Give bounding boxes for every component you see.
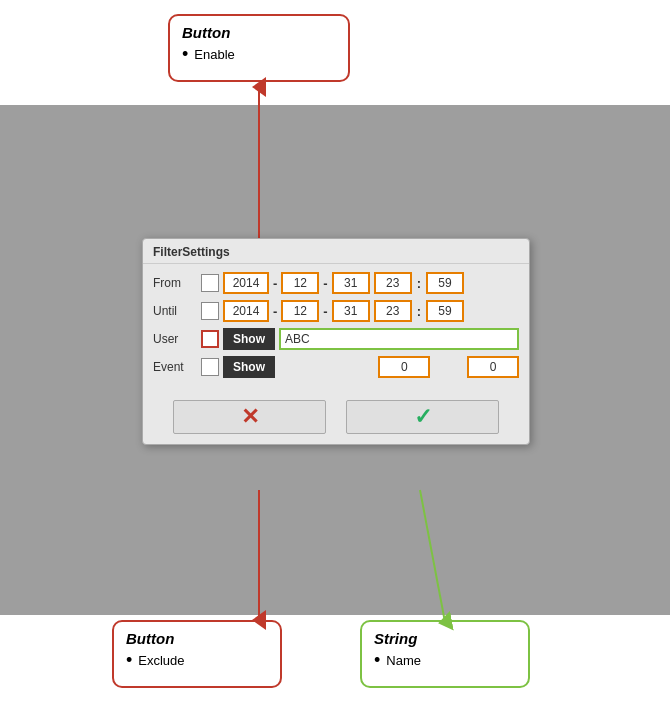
filter-settings-dialog: FilterSettings From - - : Until - - :	[142, 238, 530, 445]
event-val1-field[interactable]	[378, 356, 430, 378]
user-text-field[interactable]	[279, 328, 519, 350]
bullet-icon-bl: •	[126, 651, 132, 669]
dialog-body: From - - : Until - - : User	[143, 264, 529, 392]
until-checkbox[interactable]	[201, 302, 219, 320]
event-show-button[interactable]: Show	[223, 356, 275, 378]
from-month-field[interactable]	[281, 272, 319, 294]
from-colon: :	[417, 276, 421, 291]
event-label: Event	[153, 360, 197, 374]
annotation-title: Button	[182, 24, 336, 41]
annotation-item-br: • Name	[374, 651, 516, 669]
confirm-icon: ✓	[414, 406, 432, 428]
from-sep2: -	[323, 276, 327, 291]
annotation-title-bl: Button	[126, 630, 268, 647]
from-label: From	[153, 276, 197, 290]
annotation-bullet-text: Enable	[194, 47, 234, 62]
dialog-title: FilterSettings	[143, 239, 529, 264]
dialog-footer: ✕ ✓	[143, 392, 529, 444]
annotation-title-br: String	[374, 630, 516, 647]
annotation-bullet-bl: Exclude	[138, 653, 184, 668]
until-colon: :	[417, 304, 421, 319]
from-year-field[interactable]	[223, 272, 269, 294]
event-checkbox[interactable]	[201, 358, 219, 376]
from-hour-field[interactable]	[374, 272, 412, 294]
bullet-icon: •	[182, 45, 188, 63]
annotation-item: • Enable	[182, 45, 336, 63]
cancel-icon: ✕	[241, 406, 259, 428]
event-val2-field[interactable]	[467, 356, 519, 378]
until-day-field[interactable]	[332, 300, 370, 322]
user-label: User	[153, 332, 197, 346]
cancel-button[interactable]: ✕	[173, 400, 326, 434]
until-row: Until - - :	[153, 300, 519, 322]
string-name-annotation: String • Name	[360, 620, 530, 688]
until-month-field[interactable]	[281, 300, 319, 322]
event-row: Event Show	[153, 356, 519, 378]
button-enable-annotation: Button • Enable	[168, 14, 350, 82]
annotation-bullet-br: Name	[386, 653, 421, 668]
until-sep1: -	[273, 304, 277, 319]
button-exclude-annotation: Button • Exclude	[112, 620, 282, 688]
from-sep1: -	[273, 276, 277, 291]
until-hour-field[interactable]	[374, 300, 412, 322]
until-label: Until	[153, 304, 197, 318]
from-day-field[interactable]	[332, 272, 370, 294]
user-row: User Show	[153, 328, 519, 350]
confirm-button[interactable]: ✓	[346, 400, 499, 434]
until-min-field[interactable]	[426, 300, 464, 322]
user-show-button[interactable]: Show	[223, 328, 275, 350]
bullet-icon-br: •	[374, 651, 380, 669]
annotation-item-bl: • Exclude	[126, 651, 268, 669]
from-min-field[interactable]	[426, 272, 464, 294]
from-row: From - - :	[153, 272, 519, 294]
user-checkbox[interactable]	[201, 330, 219, 348]
until-sep2: -	[323, 304, 327, 319]
from-checkbox[interactable]	[201, 274, 219, 292]
until-year-field[interactable]	[223, 300, 269, 322]
